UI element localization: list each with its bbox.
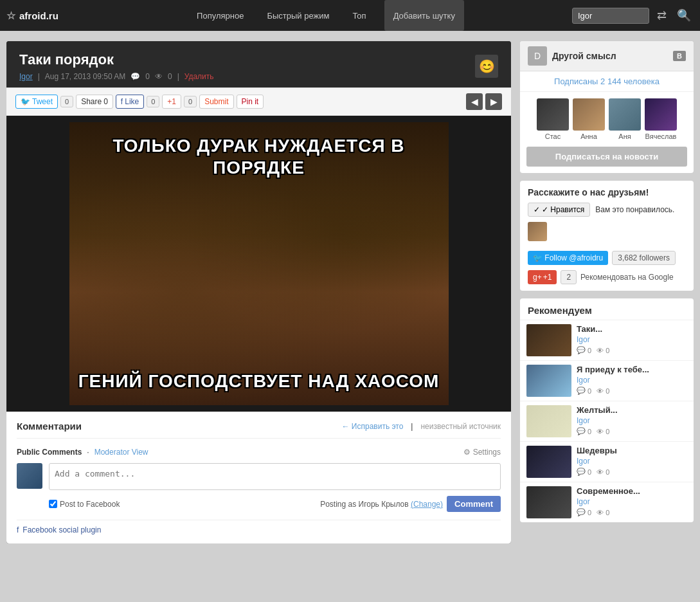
rec-item-3[interactable]: Шедевры Igor 💬0 👁0 (520, 441, 694, 482)
nav-top[interactable]: Топ (341, 0, 377, 31)
anya-name: Аня (618, 132, 631, 140)
avatar-stas: Стас (537, 98, 569, 140)
comment-input-area: Post to Facebook Posting as Игорь Крылов… (17, 463, 501, 512)
next-arrow[interactable]: ▶ (485, 93, 502, 110)
post-header: Таки порядок Igor | Aug 17, 2013 09:50 A… (6, 41, 511, 87)
follow-button[interactable]: 🐦 Follow @afroidru (528, 251, 608, 265)
meme-image: ТОЛЬКО ДУРАК НУЖДАЕТСЯ В ПОРЯДКЕ ГЕНИЙ Г… (69, 122, 449, 405)
rec-item-4[interactable]: Современное... Igor 💬0 👁0 (520, 482, 694, 522)
rec-item-2[interactable]: Желтый... Igor 💬0 👁0 (520, 401, 694, 441)
twitter-bird-icon: 🐦 (533, 253, 543, 262)
rec-comments-1: 0 (588, 387, 591, 395)
sidebar-avatars: Стас Анна Аня Вячеслав (520, 92, 694, 147)
post-separator: | (38, 72, 40, 81)
share-button[interactable]: Share 0 (76, 95, 113, 109)
facebook-icon: f (121, 97, 123, 106)
rec-author-3: Igor (577, 457, 687, 466)
stas-name: Стас (545, 132, 561, 140)
logo[interactable]: ☆ afroid.ru (6, 10, 84, 22)
recommend-text: Рекомендовать на Google (580, 273, 674, 282)
main-wrap: Таки порядок Igor | Aug 17, 2013 09:50 A… (0, 31, 700, 554)
shuffle-icon[interactable]: ⇄ (654, 6, 669, 25)
anna-avatar-img (573, 98, 605, 131)
gplus-button[interactable]: +1 (162, 95, 181, 109)
channel-card-header: D Другой смысл B (520, 41, 694, 71)
gplus-recommend-button[interactable]: g+ +1 (528, 270, 557, 284)
search-icon[interactable]: 🔍 (674, 6, 694, 25)
gplus-icon: g+ (533, 273, 542, 282)
submit-label: Submit (204, 97, 228, 106)
eye-icon-4: 👁 (597, 509, 604, 516)
rec-info-2: Желтый... Igor 💬0 👁0 (577, 405, 687, 435)
rec-item-1[interactable]: Я приеду к тебе... Igor 💬0 👁0 (520, 360, 694, 401)
rec-title-3: Шедевры (577, 446, 687, 455)
gplus-count: 0 (184, 96, 197, 107)
post-to-fb-checkbox[interactable] (49, 500, 57, 508)
content-area: Таки порядок Igor | Aug 17, 2013 09:50 A… (6, 41, 511, 543)
subscribe-button[interactable]: Подписаться на новости (526, 147, 687, 167)
post-author[interactable]: Igor (19, 72, 33, 81)
eye-icon-2: 👁 (597, 428, 604, 435)
comment-submit-button[interactable]: Comment (447, 496, 501, 512)
comment-icon-4: 💬 (577, 508, 586, 516)
gplus-btn-label: +1 (543, 273, 552, 282)
change-link[interactable]: (Change) (411, 500, 443, 509)
rec-views-1: 0 (606, 387, 609, 395)
checkmark-icon: ✓ (534, 205, 540, 214)
separator: | (411, 422, 413, 431)
comments-title: Комментарии (17, 421, 82, 432)
site-name: afroid.ru (19, 10, 58, 21)
gplus-count-val: 2 (561, 270, 577, 284)
settings-link[interactable]: ⚙ Settings (463, 448, 501, 457)
like-button[interactable]: f Like (116, 95, 144, 109)
comment-textarea[interactable] (49, 463, 501, 490)
like-text: Вам это понравилось. (595, 205, 674, 214)
post-to-fb-label[interactable]: Post to Facebook (49, 500, 120, 509)
post-views: 0 (168, 72, 172, 81)
followers-count: 3,682 followers (612, 251, 676, 265)
nav-quick[interactable]: Быстрый режим (255, 0, 341, 31)
rec-title-4: Современное... (577, 486, 687, 496)
rec-item-0[interactable]: Таки... Igor 💬0 👁0 (520, 320, 694, 360)
comments-actions: ← Исправить это | неизвестный источник (342, 422, 501, 431)
pin-label: Pin it (242, 97, 259, 106)
gplus-row: g+ +1 2 Рекомендовать на Google (528, 270, 686, 284)
fb-plugin-label: Facebook social plugin (22, 525, 101, 534)
comment-user-avatar (17, 463, 42, 489)
rec-title-1: Я приеду к тебе... (577, 365, 687, 374)
meme-bottom-text: ГЕНИЙ ГОСПОДСТВУЕТ НАД ХАОСОМ (78, 370, 440, 392)
submit-button[interactable]: Submit (199, 95, 233, 109)
like-btn[interactable]: ✓ ✓ Нравится (528, 203, 590, 217)
rec-thumb-0 (526, 324, 571, 356)
eye-icon: 👁 (155, 72, 163, 81)
user-selector[interactable]: Igor (572, 8, 649, 24)
rec-author-4: Igor (577, 497, 687, 506)
channel-icon: D (528, 46, 547, 66)
rec-info-3: Шедевры Igor 💬0 👁0 (577, 446, 687, 476)
tweet-button[interactable]: 🐦 Tweet (15, 95, 58, 109)
emoji-button[interactable]: 😊 (475, 55, 498, 78)
nav-add[interactable]: Добавить шутку (384, 0, 464, 31)
eye-icon-1: 👁 (597, 387, 604, 395)
nav-popular[interactable]: Популярное (185, 0, 255, 31)
post-comments: 0 (145, 72, 150, 81)
comments-meta: Public Comments · Moderator View ⚙ Setti… (17, 448, 501, 457)
rec-thumb-2 (526, 405, 571, 437)
anna-name: Анна (580, 132, 597, 140)
posting-as-text: Posting as Игорь Крылов (320, 500, 409, 509)
moderator-view-link[interactable]: Moderator View (94, 448, 148, 457)
fix-link[interactable]: ← Исправить это (342, 422, 404, 431)
rec-title-2: Желтый... (577, 405, 687, 415)
meme-top-text: ТОЛЬКО ДУРАК НУЖДАЕТСЯ В ПОРЯДКЕ (76, 135, 442, 178)
prev-arrow[interactable]: ◀ (466, 93, 483, 110)
rec-views-0: 0 (606, 347, 609, 354)
rec-views-3: 0 (606, 468, 609, 476)
pin-button[interactable]: Pin it (237, 95, 264, 109)
rec-stats-3: 💬0 👁0 (577, 468, 687, 476)
like-btn-label: ✓ Нравится (542, 205, 584, 214)
public-comments-label: Public Comments (17, 448, 82, 457)
delete-link[interactable]: Удалить (184, 72, 214, 81)
facebook-icon-small: f (17, 525, 19, 534)
share-bar: 🐦 Tweet 0 Share 0 f Like 0 +1 0 Submit P… (6, 87, 511, 116)
post-meta: Igor | Aug 17, 2013 09:50 AM 💬 0 👁 0 | У… (19, 72, 214, 81)
